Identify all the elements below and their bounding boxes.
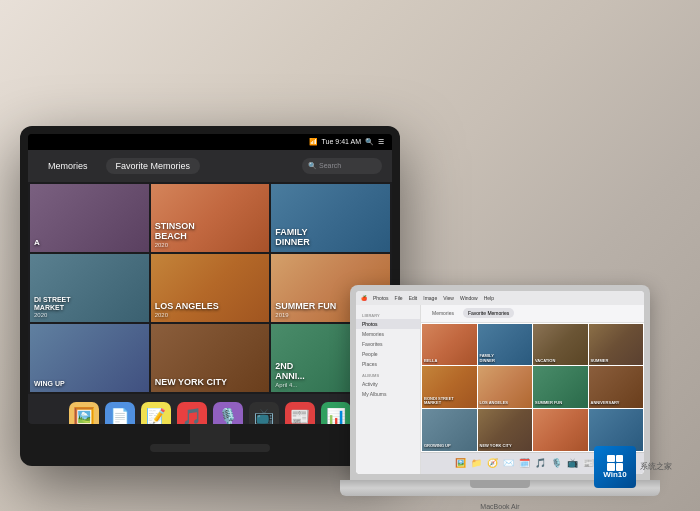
mac-photo-anniversary: ANNIVERSARY (589, 366, 644, 408)
site-name-chinese: 系统之家 (640, 461, 672, 472)
search-icon: 🔍 (365, 138, 374, 146)
mac-sidebar-activity[interactable]: Activity (356, 379, 420, 389)
mac-menu-help[interactable]: Help (484, 295, 494, 301)
mac-photo-vacation: VACATION (533, 324, 588, 366)
mac-dock-safari[interactable]: 🧭 (486, 456, 500, 470)
mac-photo-summerfun: SUMMER FUN (533, 366, 588, 408)
tv-search-icon: 🔍 (308, 162, 317, 170)
win-logo-tl (607, 455, 615, 463)
mac-sidebar-myalbums[interactable]: My Albums (356, 389, 420, 399)
watermark: Win10 系统之家 (594, 446, 672, 488)
tv-menu-right: 📶 Tue 9:41 AM 🔍 ☰ (309, 138, 384, 146)
tv-screen: 📶 Tue 9:41 AM 🔍 ☰ Memories Favorite Memo… (28, 134, 392, 424)
mac-sidebar-photos[interactable]: Photos (356, 319, 420, 329)
mac-photo-bella: BELLA (422, 324, 477, 366)
tv-photo-label-4: DI STREETMARKET 2020 (34, 296, 71, 317)
tv-photo-label-6: SUMMER FUN 2019 (275, 302, 336, 318)
tv-photo-label-1: A (34, 239, 40, 248)
mac-dock-music[interactable]: 🎵 (534, 456, 548, 470)
tv-tab-memories[interactable]: Memories (38, 158, 98, 174)
site-name: 系统之家 (640, 461, 672, 472)
win10-badge: Win10 (594, 446, 636, 488)
scene: 📶 Tue 9:41 AM 🔍 ☰ Memories Favorite Memo… (20, 16, 680, 496)
mac-label-losangeles: LOS ANGELES (480, 401, 509, 405)
tv-photo-label-8: NEW YORK CITY (155, 378, 227, 388)
tv-photo-cell-vacation: DI STREETMARKET 2020 (30, 254, 149, 322)
mac-photo-summer: SUMMER (589, 324, 644, 366)
tv-photo-cell-partial-left: A (30, 184, 149, 252)
mac-sidebar-section-library: Library (356, 309, 420, 319)
tv-search-bar[interactable]: 🔍 Search (302, 158, 382, 174)
mac-tab-fav-memories[interactable]: Favorite Memories (463, 308, 514, 318)
mac-sidebar-section-albums: Albums (356, 369, 420, 379)
wifi-icon: 📶 (309, 138, 318, 146)
mac-label-anniversary: ANNIVERSARY (591, 401, 620, 405)
mac-dock-photos[interactable]: 🖼️ (454, 456, 468, 470)
tv-photos-grid: A STINSONBEACH 2020 FAMILYDINNER (28, 182, 392, 394)
macbook-air-label: MacBook Air (480, 503, 519, 510)
mac-label-summerfun: SUMMER FUN (535, 401, 562, 405)
mac-menu-image[interactable]: Image (423, 295, 437, 301)
win10-text: Win10 (603, 471, 627, 479)
tv-tab-favorite-memories[interactable]: Favorite Memories (106, 158, 201, 174)
mac-tab-memories[interactable]: Memories (427, 308, 459, 318)
mac-sidebar-memories[interactable]: Memories (356, 329, 420, 339)
tv-photos-app: Memories Favorite Memories 🔍 Search A (28, 150, 392, 424)
tv-dock-podcasts-icon[interactable]: 🎙️ (213, 402, 243, 424)
apple-menu[interactable]: 🍎 (361, 295, 367, 301)
mac-label-growingup: GROWING UP (424, 444, 451, 448)
mac-photo-extra2 (589, 409, 644, 451)
win-logo-tr (616, 455, 624, 463)
mac-photo-growingup: GROWING UP (422, 409, 477, 451)
mac-menu-file[interactable]: File (395, 295, 403, 301)
mac-label-bella: BELLA (424, 359, 437, 363)
tv-dock-notes-icon[interactable]: 📝 (141, 402, 171, 424)
mac-menu-view[interactable]: View (443, 295, 454, 301)
mac-content-header: Memories Favorite Memories (421, 305, 644, 323)
mac-label-summer: SUMMER (591, 359, 609, 363)
mac-menubar: 🍎 Photos File Edit Image View Window Hel… (356, 291, 644, 305)
tv-dock-music-icon[interactable]: 🎵 (177, 402, 207, 424)
mac-photo-losangeles: LOS ANGELES (478, 366, 533, 408)
mac-label-family: FAMILYDINNER (480, 354, 495, 363)
menu-icon: ☰ (378, 138, 384, 146)
tv-photo-cell-stinson: STINSONBEACH 2020 (151, 184, 270, 252)
mac-sidebar-people[interactable]: People (356, 349, 420, 359)
mac-dock-calendar[interactable]: 🗓️ (518, 456, 532, 470)
mac-photo-family: FAMILYDINNER (478, 324, 533, 366)
mac-photo-newyork: NEW YORK CITY (478, 409, 533, 451)
mac-photos-grid: BELLA FAMILYDINNER (421, 323, 644, 452)
mac-label-bondi: BONDI STREETMARKET (424, 397, 454, 406)
tv-dock-appletv-icon[interactable]: 📺 (249, 402, 279, 424)
tv-photo-label-2: STINSONBEACH 2020 (155, 222, 195, 248)
mac-dock-finder[interactable]: 📁 (470, 456, 484, 470)
mac-menu-photos[interactable]: Photos (373, 295, 389, 301)
tv-photo-label-7: WING UP (34, 380, 65, 388)
mac-photo-extra1 (533, 409, 588, 451)
mac-dock-appletv[interactable]: 📺 (566, 456, 580, 470)
tv-photo-cell-newyork: NEW YORK CITY (151, 324, 270, 392)
tv-photo-cell-family: FAMILYDINNER (271, 184, 390, 252)
tv-photo-label-9: 2NDANNI... April 4... (275, 362, 305, 388)
macbook-notch (470, 480, 530, 488)
mac-sidebar-places[interactable]: Places (356, 359, 420, 369)
tv-stand-neck (190, 424, 230, 444)
mac-photo-bondi: BONDI STREETMARKET (422, 366, 477, 408)
tv-dock-finder-icon[interactable]: 📄 (105, 402, 135, 424)
mac-label-newyork: NEW YORK CITY (480, 444, 512, 448)
mac-label-vacation: VACATION (535, 359, 555, 363)
tv-dock: 🖼️ 📄 📝 🎵 🎙️ 📺 📰 📊 (28, 394, 392, 424)
tv-time: Tue 9:41 AM (322, 138, 361, 145)
mac-dock-mail[interactable]: ✉️ (502, 456, 516, 470)
tv-dock-photos-icon[interactable]: 🖼️ (69, 402, 99, 424)
mac-menu-window[interactable]: Window (460, 295, 478, 301)
windows-logo (607, 455, 623, 471)
tv-photos-header: Memories Favorite Memories 🔍 Search (28, 150, 392, 182)
tv-search-label: Search (319, 162, 341, 169)
mac-menu-edit[interactable]: Edit (409, 295, 418, 301)
tv-photo-label-5: LOS ANGELES 2020 (155, 302, 219, 318)
mac-dock-podcasts[interactable]: 🎙️ (550, 456, 564, 470)
mac-sidebar-favorites[interactable]: Favorites (356, 339, 420, 349)
tv-dock-news-icon[interactable]: 📰 (285, 402, 315, 424)
tv-photo-cell-losangeles: LOS ANGELES 2020 (151, 254, 270, 322)
